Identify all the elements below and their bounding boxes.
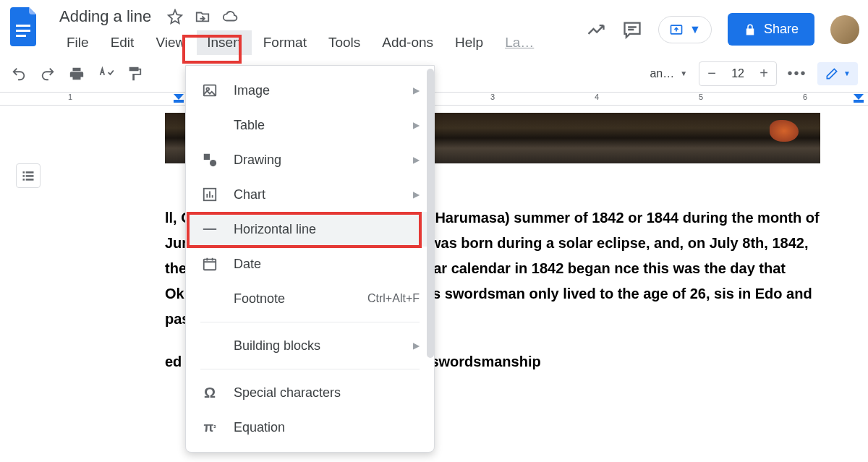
left-indent-marker[interactable] bbox=[174, 94, 184, 104]
horizontal-line-icon bbox=[200, 220, 219, 239]
chevron-down-icon: ▼ bbox=[689, 23, 701, 36]
menu-edit[interactable]: Edit bbox=[101, 30, 145, 55]
font-select[interactable]: an… ▼ bbox=[650, 67, 687, 80]
menu-item-image[interactable]: Image ▶ bbox=[186, 73, 434, 108]
spellcheck-button[interactable] bbox=[97, 65, 114, 82]
image-icon bbox=[200, 81, 219, 100]
svg-rect-2 bbox=[854, 100, 864, 103]
docs-logo-icon[interactable] bbox=[9, 6, 41, 46]
present-button[interactable]: ▼ bbox=[658, 16, 712, 43]
avatar[interactable] bbox=[830, 15, 859, 44]
trending-icon[interactable] bbox=[586, 20, 606, 40]
font-size-value[interactable]: 12 bbox=[724, 67, 752, 80]
pi-icon: π² bbox=[200, 418, 219, 437]
document-title[interactable]: Adding a line bbox=[56, 6, 154, 27]
menu-view[interactable]: View bbox=[145, 30, 195, 55]
svg-rect-15 bbox=[204, 260, 216, 270]
menu-item-chart[interactable]: Chart ▶ bbox=[186, 177, 434, 212]
submenu-arrow-icon: ▶ bbox=[413, 120, 420, 130]
submenu-arrow-icon: ▶ bbox=[413, 155, 420, 165]
svg-rect-11 bbox=[204, 154, 210, 160]
ruler-mark: 4 bbox=[595, 93, 599, 101]
calendar-icon bbox=[200, 254, 219, 273]
scrollbar-thumb[interactable] bbox=[427, 69, 434, 358]
chart-icon bbox=[200, 185, 219, 204]
menu-item-building-blocks[interactable]: Building blocks ▶ bbox=[186, 328, 434, 363]
paint-format-button[interactable] bbox=[126, 65, 143, 82]
menu-tools[interactable]: Tools bbox=[318, 30, 370, 55]
font-size-increase[interactable]: + bbox=[752, 62, 776, 85]
menu-item-equation[interactable]: π² Equation bbox=[186, 410, 434, 445]
move-icon[interactable] bbox=[195, 9, 210, 25]
ruler-mark: 5 bbox=[699, 93, 703, 101]
svg-point-10 bbox=[206, 87, 209, 90]
menu-addons[interactable]: Add-ons bbox=[372, 30, 443, 55]
chevron-down-icon: ▼ bbox=[843, 69, 851, 77]
menu-item-special-characters[interactable]: Ω Special characters bbox=[186, 375, 434, 410]
omega-icon: Ω bbox=[200, 383, 219, 402]
star-icon[interactable] bbox=[167, 9, 183, 25]
svg-point-12 bbox=[210, 160, 216, 166]
menu-format[interactable]: Format bbox=[253, 30, 317, 55]
menu-divider bbox=[200, 322, 420, 322]
svg-rect-14 bbox=[203, 228, 216, 230]
print-button[interactable] bbox=[68, 65, 85, 82]
menu-item-date[interactable]: Date bbox=[186, 247, 434, 281]
ruler-mark: 6 bbox=[803, 93, 807, 101]
redo-button[interactable] bbox=[39, 65, 56, 82]
shortcut-label: Ctrl+Alt+F bbox=[367, 292, 420, 305]
chevron-down-icon: ▼ bbox=[680, 69, 687, 77]
menu-divider bbox=[200, 369, 420, 369]
menu-insert[interactable]: Insert bbox=[197, 30, 252, 55]
share-button[interactable]: Share bbox=[728, 13, 814, 46]
menu-last-edit[interactable]: La… bbox=[495, 30, 544, 55]
right-indent-marker[interactable] bbox=[854, 94, 864, 104]
cloud-icon[interactable] bbox=[222, 9, 238, 25]
ruler-mark: 1 bbox=[68, 93, 72, 101]
insert-menu-dropdown: Image ▶ Table ▶ Drawing ▶ Chart ▶ Horizo… bbox=[185, 65, 435, 453]
svg-rect-1 bbox=[174, 100, 184, 103]
submenu-arrow-icon: ▶ bbox=[413, 85, 420, 95]
menu-item-drawing[interactable]: Drawing ▶ bbox=[186, 142, 434, 177]
submenu-arrow-icon: ▶ bbox=[413, 341, 420, 351]
share-label: Share bbox=[764, 22, 799, 37]
menu-item-horizontal-line[interactable]: Horizontal line bbox=[186, 212, 434, 247]
comment-icon[interactable] bbox=[622, 20, 642, 40]
menubar: File Edit View Insert Format Tools Add-o… bbox=[56, 30, 586, 55]
submenu-arrow-icon: ▶ bbox=[413, 189, 420, 200]
undo-button[interactable] bbox=[10, 65, 27, 82]
menu-item-table[interactable]: Table ▶ bbox=[186, 108, 434, 142]
menu-help[interactable]: Help bbox=[445, 30, 493, 55]
editing-mode-button[interactable]: ▼ bbox=[817, 62, 858, 85]
font-size-decrease[interactable]: − bbox=[699, 62, 724, 85]
menu-file[interactable]: File bbox=[56, 30, 99, 55]
drawing-icon bbox=[200, 150, 219, 169]
more-toolbar-icon[interactable]: ••• bbox=[788, 65, 806, 82]
font-size-control: − 12 + bbox=[699, 61, 777, 86]
menu-item-footnote[interactable]: Footnote Ctrl+Alt+F bbox=[186, 281, 434, 316]
ruler-mark: 3 bbox=[490, 93, 495, 101]
